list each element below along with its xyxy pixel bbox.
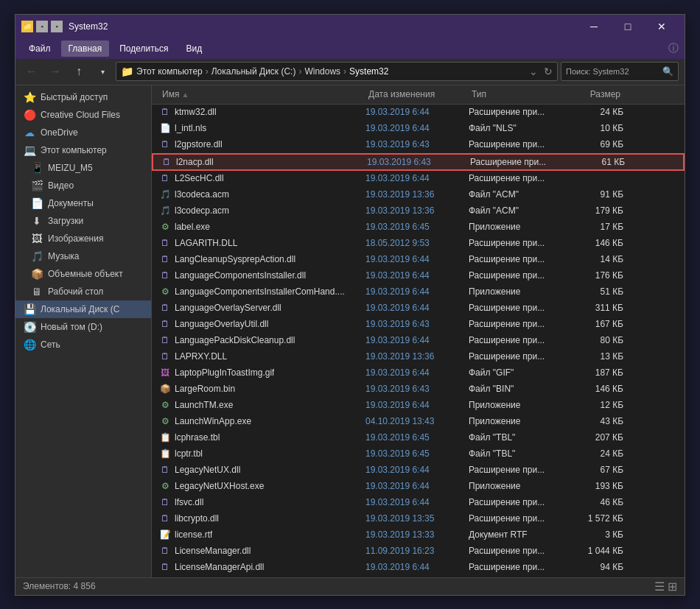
file-type-icon: 🗒 [161, 156, 172, 168]
list-view-button[interactable]: ☰ [654, 580, 665, 594]
file-size: 176 КБ [564, 270, 623, 281]
table-row[interactable]: 🗒 LangCleanupSysprepAction.dll 19.03.201… [152, 252, 685, 268]
table-row[interactable]: 📋 lcphrase.tbl 19.03.2019 6:45 Файл "TBL… [152, 430, 685, 446]
file-type: Расширение при... [469, 351, 564, 362]
table-row[interactable]: 🎵 l3codeca.acm 19.03.2019 13:36 Файл "AC… [152, 187, 685, 203]
table-row[interactable]: 🗒 LanguageOverlayServer.dll 19.03.2019 6… [152, 300, 685, 317]
sidebar: ⭐ Быстрый доступ 🔴 Creative Cloud Files … [15, 85, 152, 577]
sidebar-label-new-volume-d: Новый том (D:) [41, 322, 102, 332]
sidebar-item-meizu[interactable]: 📱 MEIZU_M5 [15, 159, 151, 177]
file-size: 46 КБ [564, 497, 623, 507]
sidebar-item-this-pc[interactable]: 💻 Этот компьютер [15, 141, 151, 159]
sidebar-item-documents[interactable]: 📄 Документы [15, 194, 151, 212]
breadcrumb-this-pc[interactable]: Этот компьютер [136, 66, 203, 77]
file-size: 311 КБ [564, 303, 623, 313]
table-row[interactable]: 🎵 l3codecp.acm 19.03.2019 13:36 Файл "AC… [152, 203, 685, 219]
col-name-label: Имя [162, 89, 179, 99]
sidebar-item-downloads[interactable]: ⬇ Загрузки [15, 212, 151, 230]
main-content: ⭐ Быстрый доступ 🔴 Creative Cloud Files … [15, 85, 685, 577]
recent-button[interactable]: ▾ [92, 61, 113, 82]
this-pc-icon: 💻 [23, 144, 36, 156]
table-row[interactable]: 🗒 lfsvc.dll 19.03.2019 6:44 Расширение п… [152, 495, 685, 511]
help-icon[interactable]: ⓘ [668, 42, 679, 55]
col-header-size[interactable]: Размер [564, 89, 623, 99]
file-name: 🖼 LaptopPlugInToastImg.gif [159, 367, 365, 379]
table-row[interactable]: 🗒 LanguageComponentsInstaller.dll 19.03.… [152, 268, 685, 284]
menu-bar: Файл Главная Поделиться Вид ⓘ [15, 38, 685, 59]
table-row[interactable]: 🗒 l2nacp.dll 19.03.2019 6:43 Расширение … [152, 153, 685, 171]
table-row[interactable]: 📋 lcptr.tbl 19.03.2019 6:45 Файл "TBL" 2… [152, 446, 685, 462]
file-name: 📦 LargeRoom.bin [159, 383, 365, 395]
file-date: 19.03.2019 6:45 [365, 222, 469, 232]
table-row[interactable]: ⚙ LanguageComponentsInstallerComHand....… [152, 284, 685, 300]
file-type: Файл "NLS" [469, 123, 564, 133]
table-row[interactable]: 🗒 LicenseManager.dll 11.09.2019 16:23 Ра… [152, 543, 685, 560]
table-row[interactable]: ⚙ LaunchWinApp.exe 04.10.2019 13:43 Прил… [152, 414, 685, 430]
sidebar-item-new-volume-d[interactable]: 💽 Новый том (D:) [15, 318, 151, 336]
col-header-date[interactable]: Дата изменения [365, 89, 469, 99]
breadcrumb-local-disk[interactable]: Локальный Диск (C:) [211, 66, 296, 77]
menu-home[interactable]: Главная [61, 41, 110, 57]
sidebar-item-music[interactable]: 🎵 Музыка [15, 247, 151, 265]
table-row[interactable]: 📝 license.rtf 19.03.2019 13:33 Документ … [152, 527, 685, 543]
breadcrumb-system32[interactable]: System32 [349, 66, 388, 77]
forward-button[interactable]: → [45, 61, 66, 82]
sidebar-item-desktop[interactable]: 🖥 Рабочий стол [15, 283, 151, 300]
downloads-icon: ⬇ [30, 215, 43, 227]
menu-view[interactable]: Вид [178, 41, 209, 57]
table-row[interactable]: 📄 l_intl.nls 19.03.2019 6:44 Файл "NLS" … [152, 121, 685, 137]
file-area: Имя ▲ Дата изменения Тип Размер 🗒 ktmw32… [152, 85, 685, 577]
table-row[interactable]: 🗒 LAGARITH.DLL 18.05.2012 9:53 Расширени… [152, 236, 685, 252]
maximize-button[interactable]: □ [611, 15, 645, 38]
table-row[interactable]: 🗒 ktmw32.dll 19.03.2019 6:44 Расширение … [152, 105, 685, 121]
file-name: 📋 lcphrase.tbl [159, 432, 365, 443]
close-button[interactable]: ✕ [645, 15, 679, 38]
sidebar-item-video[interactable]: 🎬 Видео [15, 177, 151, 194]
sidebar-item-quick-access[interactable]: ⭐ Быстрый доступ [15, 88, 151, 106]
file-type: Приложение [469, 286, 564, 297]
menu-file[interactable]: Файл [21, 41, 58, 57]
table-row[interactable]: 🗒 LanguageOverlayUtil.dll 19.03.2019 6:4… [152, 317, 685, 333]
grid-view-button[interactable]: ⊞ [668, 580, 677, 594]
address-dropdown-icon[interactable]: ⌄ [529, 66, 538, 77]
sidebar-item-creative-cloud[interactable]: 🔴 Creative Cloud Files [15, 106, 151, 124]
table-row[interactable]: 🗒 LanguagePackDiskCleanup.dll 19.03.2019… [152, 333, 685, 349]
file-type-icon: 📋 [159, 448, 171, 460]
minimize-button[interactable]: ─ [577, 15, 611, 38]
sidebar-item-images[interactable]: 🖼 Изображения [15, 230, 151, 247]
table-row[interactable]: ⚙ LegacyNetUXHost.exe 19.03.2019 6:44 Пр… [152, 479, 685, 495]
table-row[interactable]: 🗒 LicenseManagerApi.dll 19.03.2019 6:44 … [152, 560, 685, 576]
col-header-name[interactable]: Имя ▲ [159, 89, 365, 99]
sidebar-item-network[interactable]: 🌐 Сеть [15, 336, 151, 353]
file-size: 69 КБ [564, 139, 623, 149]
table-row[interactable]: 🗒 LegacyNetUX.dll 19.03.2019 6:44 Расшир… [152, 462, 685, 479]
view-toggle-icons: ☰ ⊞ [654, 580, 677, 594]
up-button[interactable]: ↑ [69, 61, 89, 82]
address-refresh-icon[interactable]: ↻ [544, 66, 553, 77]
search-input[interactable] [566, 67, 659, 76]
table-row[interactable]: ⚙ label.exe 19.03.2019 6:45 Приложение 1… [152, 219, 685, 236]
sidebar-item-3d-objects[interactable]: 📦 Объемные объект [15, 265, 151, 283]
sidebar-item-local-disk-c[interactable]: 💾 Локальный Диск (С [15, 300, 151, 318]
file-name: 🎵 l3codecp.acm [159, 205, 365, 217]
file-size: 67 КБ [564, 465, 623, 475]
desktop-icon: 🖥 [30, 286, 43, 298]
table-row[interactable]: 🗒 libcrypto.dll 19.03.2019 13:35 Расшире… [152, 511, 685, 527]
back-button[interactable]: ← [21, 61, 42, 82]
file-name: 🗒 LanguageComponentsInstaller.dll [159, 270, 365, 281]
table-row[interactable]: 🗒 LAPRXY.DLL 19.03.2019 13:36 Расширение… [152, 349, 685, 365]
table-row[interactable]: 🗒 l2gpstore.dll 19.03.2019 6:43 Расширен… [152, 137, 685, 153]
table-row[interactable]: 📦 LargeRoom.bin 19.03.2019 6:43 Файл "BI… [152, 381, 685, 398]
file-date: 19.03.2019 6:44 [365, 123, 469, 133]
sidebar-label-desktop: Рабочий стол [48, 286, 103, 297]
col-header-type[interactable]: Тип [469, 89, 564, 99]
file-type: Документ RTF [469, 529, 564, 540]
table-row[interactable]: 🖼 LaptopPlugInToastImg.gif 19.03.2019 6:… [152, 365, 685, 381]
sidebar-item-onedrive[interactable]: ☁ OneDrive [15, 124, 151, 141]
table-row[interactable]: 🗒 L2SecHC.dll 19.03.2019 6:44 Расширение… [152, 171, 685, 187]
menu-share[interactable]: Поделиться [112, 41, 175, 57]
table-row[interactable]: ⚙ LaunchTM.exe 19.03.2019 6:44 Приложени… [152, 398, 685, 414]
file-type-icon: 🗒 [159, 561, 171, 573]
breadcrumb-windows[interactable]: Windows [304, 66, 340, 77]
col-size-label: Размер [590, 89, 620, 99]
